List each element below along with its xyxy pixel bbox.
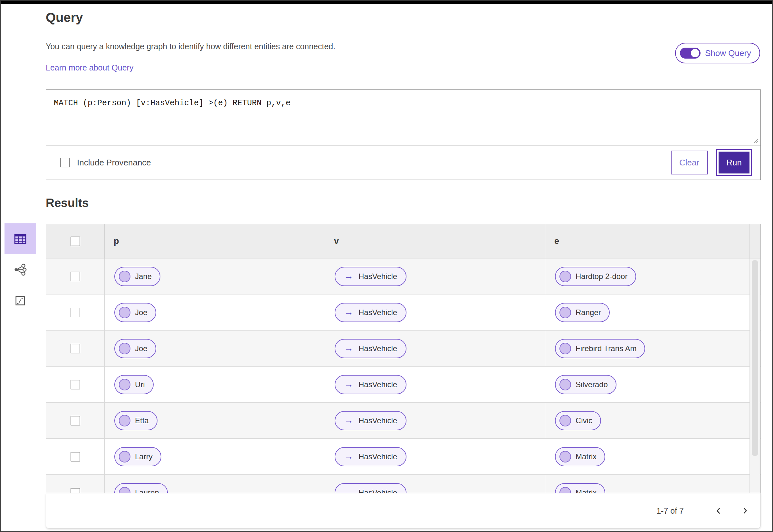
node-label: Etta [135,416,149,425]
node-pill-e[interactable]: Matrix [555,447,605,466]
arrow-right-icon: → [344,343,353,353]
edge-pill-v[interactable]: → HasVehicle [335,267,406,286]
resize-handle-icon[interactable] [751,136,759,144]
arrow-right-icon: → [344,415,353,425]
previous-page-button[interactable] [712,504,726,518]
node-label: Ranger [575,308,601,317]
include-provenance-checkbox[interactable] [60,158,70,167]
chevron-right-icon [741,507,749,515]
row-checkbox[interactable] [70,380,80,389]
row-checkbox[interactable] [70,488,80,493]
node-label: Civic [575,416,592,425]
node-pill-e[interactable]: Matrix [555,483,605,493]
node-pill-p[interactable]: Joe [114,303,156,322]
node-circle-icon [119,379,130,390]
node-pill-p[interactable]: Joe [114,339,156,358]
arrow-right-icon: → [344,271,353,281]
edge-pill-v[interactable]: → HasVehicle [335,303,406,322]
row-checkbox[interactable] [70,344,80,353]
column-header-e: e [545,236,559,246]
node-pill-p[interactable]: Larry [114,447,161,466]
node-label: Firebird Trans Am [575,344,637,353]
edge-label: HasVehicle [359,488,397,493]
node-label: Joe [135,308,147,317]
node-label: Larry [135,452,153,461]
edge-pill-v[interactable]: → HasVehicle [335,339,406,358]
node-label: Hardtop 2-door [575,272,628,281]
node-circle-icon [559,307,571,318]
node-circle-icon [119,415,130,426]
row-checkbox[interactable] [70,308,80,317]
edge-label: HasVehicle [359,416,397,425]
node-pill-e[interactable]: Firebird Trans Am [555,339,645,358]
node-pill-p[interactable]: Jane [114,267,160,286]
row-checkbox[interactable] [70,452,80,462]
edge-pill-v[interactable]: → HasVehicle [335,483,406,493]
scrollbar-thumb[interactable] [752,260,758,456]
arrow-right-icon: → [344,379,353,389]
table-view-button[interactable] [5,223,36,254]
edge-label: HasVehicle [359,272,397,281]
select-all-checkbox[interactable] [70,237,80,246]
results-title: Results [46,196,89,210]
clear-button[interactable]: Clear [671,151,708,174]
edge-pill-v[interactable]: → HasVehicle [335,411,406,430]
edge-label: HasVehicle [359,380,397,389]
edge-pill-v[interactable]: → HasVehicle [335,447,406,466]
graph-view-button[interactable] [5,254,36,285]
node-label: Silverado [575,380,608,389]
node-pill-p[interactable]: Uri [114,375,154,394]
chart-icon [14,294,27,307]
node-pill-e[interactable]: Civic [555,411,601,430]
node-circle-icon [559,487,571,493]
node-pill-e[interactable]: Hardtop 2-door [555,267,636,286]
table-body: Jane → HasVehicle Hardtop 2-door Joe [46,258,760,493]
run-button[interactable]: Run [719,152,750,173]
node-label: Lauren [135,488,159,493]
node-pill-p[interactable]: Lauren [114,483,168,493]
node-label: Matrix [575,452,597,461]
node-circle-icon [119,451,130,462]
page-description: You can query a knowledge graph to ident… [46,42,335,51]
arrow-right-icon: → [344,452,353,461]
table-scrollbar[interactable] [750,259,760,492]
page-title: Query [46,10,83,25]
node-pill-e[interactable]: Silverado [555,375,617,394]
node-pill-p[interactable]: Etta [114,411,157,430]
results-table: p v e Jane → HasVehicle [46,224,761,493]
table-icon [13,231,28,246]
table-row: Lauren → HasVehicle Matrix [46,475,760,493]
edge-label: HasVehicle [359,308,397,317]
node-circle-icon [119,307,130,318]
node-circle-icon [559,343,571,354]
node-label: Joe [135,344,147,353]
node-circle-icon [119,487,130,493]
results-view-switcher [5,223,36,316]
show-query-toggle[interactable]: Show Query [675,43,760,63]
query-editor: MATCH (p:Person)-[v:HasVehicle]->(e) RET… [46,90,760,146]
node-circle-icon [559,451,571,462]
chart-view-button[interactable] [5,285,36,316]
row-checkbox[interactable] [70,416,80,425]
column-header-v: v [325,236,339,246]
node-label: Jane [135,272,152,281]
table-row: Joe → HasVehicle Ranger [46,294,760,331]
learn-more-link[interactable]: Learn more about Query [46,63,133,72]
node-circle-icon [119,343,130,354]
table-row: Larry → HasVehicle Matrix [46,439,760,475]
graph-nodes-icon [14,263,27,276]
toggle-switch-icon[interactable] [680,48,701,59]
edge-pill-v[interactable]: → HasVehicle [335,375,406,394]
next-page-button[interactable] [738,504,752,518]
row-checkbox[interactable] [70,272,80,281]
node-label: Matrix [575,488,597,493]
node-pill-e[interactable]: Ranger [555,303,610,322]
show-query-label: Show Query [705,48,751,58]
table-row: Etta → HasVehicle Civic [46,403,760,439]
top-border-bar [1,1,772,4]
query-textarea[interactable]: MATCH (p:Person)-[v:HasVehicle]->(e) RET… [46,90,760,145]
include-provenance-label: Include Provenance [77,158,151,168]
node-circle-icon [559,379,571,390]
node-circle-icon [559,415,571,426]
arrow-right-icon: → [344,307,353,317]
